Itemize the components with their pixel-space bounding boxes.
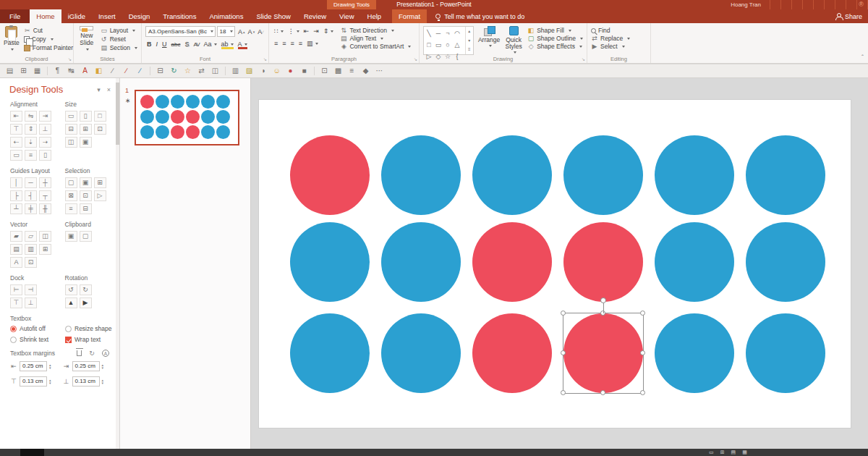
option-wrap-text[interactable]: Wrap text xyxy=(65,336,116,343)
columns-button[interactable]: ▥ xyxy=(305,38,320,48)
fit-size-icon[interactable]: ⊡ xyxy=(94,124,106,135)
margin-left-stepper[interactable]: ▴▾ xyxy=(49,363,51,370)
menu-icon[interactable]: ≡ xyxy=(347,65,357,77)
scale-height-icon[interactable]: ▣ xyxy=(80,137,92,148)
borders-icon[interactable]: ▦ xyxy=(33,65,42,77)
reset-margins-icon[interactable]: ↻ xyxy=(88,350,95,357)
align-center-button[interactable]: ≡ xyxy=(281,38,287,48)
step-down-icon[interactable]: ▾ xyxy=(49,381,51,385)
option-shrink-text[interactable]: Shrink text xyxy=(10,336,64,343)
panel-scrollbar-thumb[interactable] xyxy=(116,83,119,145)
slide-shape-oval-blue[interactable] xyxy=(655,222,734,302)
arc-shape-icon[interactable]: ◠ xyxy=(454,28,461,39)
panel-close-icon[interactable]: × xyxy=(107,86,111,93)
margin-left-input[interactable]: 0.25 cm xyxy=(20,361,47,371)
rectangle-shape-icon[interactable]: □ xyxy=(425,40,433,51)
guide-vertical-icon[interactable]: │ xyxy=(10,177,22,188)
align-left-button[interactable]: ≡ xyxy=(273,38,279,48)
dock-bottom-icon[interactable]: ⊥ xyxy=(25,297,37,308)
align-middle-vertical-icon[interactable]: ⇕ xyxy=(25,124,37,135)
justify-button[interactable]: ≡ xyxy=(297,38,304,48)
selection-handle[interactable] xyxy=(640,390,645,395)
eyedropper-line-icon[interactable]: ∕ xyxy=(135,65,145,77)
guide-top-icon[interactable]: ┬ xyxy=(39,190,51,201)
elbow-shape-icon[interactable]: ¬ xyxy=(444,28,451,39)
crop-vector-icon[interactable]: ⊡ xyxy=(25,257,37,268)
stop-icon[interactable]: ■ xyxy=(299,65,309,77)
bold-button[interactable]: B xyxy=(145,39,153,49)
highlight-area-icon[interactable]: ▨ xyxy=(244,65,254,77)
more-tools-icon[interactable]: ⋯ xyxy=(375,65,384,77)
select-invert-icon[interactable]: ⊡ xyxy=(80,190,92,201)
record-icon[interactable]: ● xyxy=(286,65,295,77)
rotation-handle[interactable] xyxy=(600,297,606,303)
tab-review[interactable]: Review xyxy=(297,9,333,23)
change-case-button[interactable]: Aa xyxy=(203,39,218,49)
flatten-horizontal-icon[interactable]: ▤ xyxy=(10,244,22,255)
selection-handle[interactable] xyxy=(640,311,645,316)
slide-shape-oval-blue[interactable] xyxy=(381,135,461,215)
margin-right-input[interactable]: 0.25 cm xyxy=(72,361,100,371)
font-color-picker-icon[interactable]: A xyxy=(80,65,90,77)
shape-fill-button[interactable]: ◧Shape Fill xyxy=(527,27,583,34)
rotate-shape-icon[interactable]: ↻ xyxy=(169,65,179,77)
margin-bottom-stepper[interactable]: ▴▾ xyxy=(102,379,104,385)
boolean-union-icon[interactable]: ▰ xyxy=(10,231,22,242)
slide-shape-oval-blue[interactable] xyxy=(381,313,461,393)
flip-vertical-icon[interactable]: ▲ xyxy=(65,297,77,308)
rotate-right-icon[interactable]: ↻ xyxy=(80,284,92,295)
font-color-button[interactable]: A xyxy=(237,39,249,49)
line-spacing-button[interactable]: ⇕ xyxy=(322,26,336,36)
tab-design[interactable]: Design xyxy=(122,9,157,23)
grid-merge-icon[interactable]: ⊞ xyxy=(39,244,51,255)
panel-toggle-icon[interactable]: ▤ xyxy=(5,65,14,77)
slide-shape-oval-red[interactable] xyxy=(290,135,370,215)
bullets-button[interactable]: ∷ xyxy=(273,26,285,36)
distribute-down-icon[interactable]: ⇣ xyxy=(25,137,37,148)
slide-shape-oval-blue[interactable] xyxy=(472,135,552,215)
tell-me-box[interactable]: Tell me what you want to do xyxy=(435,9,524,23)
arrange-button[interactable]: Arrange xyxy=(478,26,500,56)
radio-autofit-off[interactable] xyxy=(10,326,17,332)
swap-shapes-icon[interactable]: ⇄ xyxy=(197,65,206,77)
shape-gallery[interactable]: ╲─¬◠□▭○△▷◇☆{ ▴▾≡ xyxy=(423,26,474,55)
paragraph-marks-icon[interactable]: ¶ xyxy=(53,65,62,77)
match-size-icon[interactable]: □ xyxy=(94,111,106,122)
tab-file[interactable]: File xyxy=(0,9,30,23)
dialog-launcher-icon[interactable]: ↘ xyxy=(582,57,585,62)
tab-animations[interactable]: Animations xyxy=(203,9,250,23)
share-button[interactable]: Share xyxy=(835,9,862,23)
margin-right-stepper[interactable]: ▴▾ xyxy=(102,363,104,370)
connector-shape-icon[interactable]: ─ xyxy=(435,28,442,39)
align-right-button[interactable]: ≡ xyxy=(289,38,296,48)
tab-iglide[interactable]: iGlide xyxy=(61,9,92,23)
guide-left-icon[interactable]: ├ xyxy=(10,190,22,201)
guide-grid-icon[interactable]: ┼ xyxy=(39,177,51,188)
decrease-indent-button[interactable]: ⇤ xyxy=(302,26,311,36)
dialog-launcher-icon[interactable]: ↘ xyxy=(263,57,267,62)
new-slide-button[interactable]: New Slide xyxy=(77,26,96,54)
select-add-icon[interactable]: ⊞ xyxy=(94,177,106,188)
align-shapes-icon[interactable]: ⊟ xyxy=(156,65,165,77)
autofit-badge-icon[interactable]: A xyxy=(102,350,109,357)
oval-shape-icon[interactable]: ○ xyxy=(444,40,451,51)
distribute-rows-icon[interactable]: ≡ xyxy=(25,150,37,161)
fill-color-icon[interactable]: ◧ xyxy=(94,65,103,77)
font-name-combo[interactable]: A3.OpenSans-San (Bc xyxy=(145,26,216,37)
slide-shape-oval-red[interactable] xyxy=(563,222,643,302)
margin-top-input[interactable]: 0.13 cm xyxy=(20,376,47,387)
select-all-icon[interactable]: ▢ xyxy=(65,177,77,188)
text-direction-button[interactable]: ⇅Text Direction xyxy=(340,27,411,34)
copy-button[interactable]: Copy xyxy=(24,35,73,43)
slide-shape-oval-blue[interactable] xyxy=(655,313,734,393)
select-remove-icon[interactable]: ⊠ xyxy=(65,190,77,201)
boolean-subtract-icon[interactable]: ▱ xyxy=(25,231,37,242)
distribute-right-icon[interactable]: ⇢ xyxy=(39,137,51,148)
select-filled-icon[interactable]: ▣ xyxy=(80,177,92,188)
slide-shape-oval-red[interactable] xyxy=(472,222,552,302)
select-button[interactable]: ▶Select xyxy=(591,43,647,50)
text-to-vector-icon[interactable]: A xyxy=(10,257,22,268)
collapse-ribbon-button[interactable]: ˆ xyxy=(861,54,864,61)
line-shape-icon[interactable]: ╲ xyxy=(425,28,433,39)
delete-margins-icon[interactable] xyxy=(77,350,82,356)
